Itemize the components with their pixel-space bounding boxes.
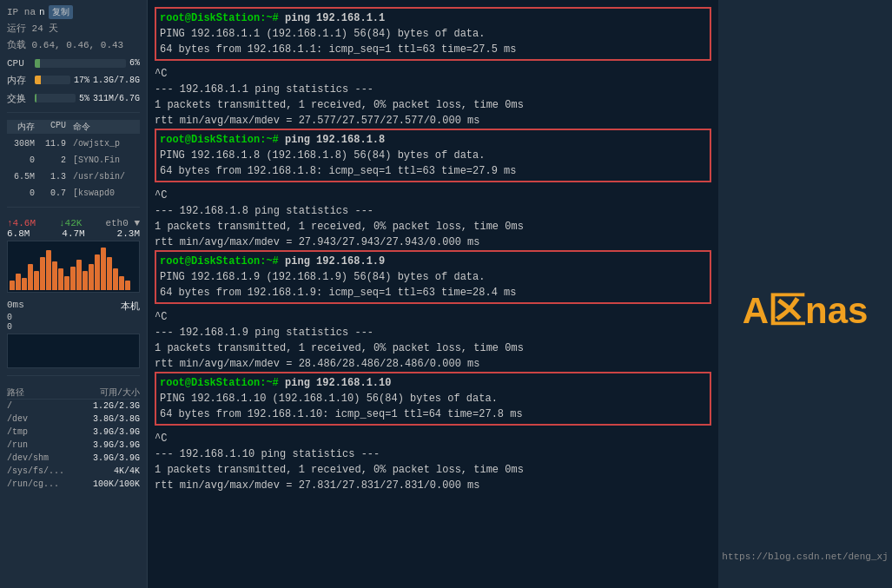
ctrl-c-3: ^C	[155, 309, 711, 325]
disk-row: /run/cg... 100K/100K	[7, 478, 140, 491]
mem-pct: 17%	[74, 76, 89, 85]
prompt-user-1: root@DiskStation:~#	[160, 12, 279, 24]
disk-row: /tmp 3.9G/3.9G	[7, 426, 140, 439]
watermark-text: https://blog.csdn.net/deng_xj	[722, 552, 888, 562]
process-header: 内存 CPU 命令	[7, 120, 140, 134]
disk-path-4: /run	[7, 439, 28, 452]
load-row: 负载 0.64, 0.46, 0.43	[7, 39, 140, 52]
stat-line-4b: rtt min/avg/max/mdev = 27.831/27.831/27.…	[155, 478, 711, 493]
disk-avail-1: 1.2G/2.3G	[93, 400, 140, 413]
proc-mem-2: 0	[7, 154, 38, 167]
stat-line-1a: 1 packets transmitted, 1 received, 0% pa…	[155, 97, 711, 113]
ping-block-3: root@DiskStation:~# ping 192.168.1.9 PIN…	[155, 250, 711, 304]
ping-output-2-1: PING 192.168.1.8 (192.168.1.8) 56(84) by…	[160, 148, 706, 163]
proc-cmd-4: [kswapd0	[69, 187, 140, 200]
net-header: ↑4.6M ↓42K eth0 ▼	[7, 218, 140, 228]
ping-right: 本机	[121, 300, 140, 313]
proc-mem-4: 0	[7, 187, 38, 200]
process-row: 6.5M 1.3 /usr/sbin/	[7, 170, 140, 183]
ping-block-4: root@DiskStation:~# ping 192.168.1.10 PI…	[155, 372, 711, 426]
mem-stat-row: 内存 17% 1.3G/7.8G	[7, 74, 140, 87]
disk-header-avail: 可用/大小	[100, 386, 140, 399]
proc-cmd-3: /usr/sbin/	[69, 170, 140, 183]
net-chart	[7, 241, 140, 293]
cpu-value: 6%	[129, 58, 140, 68]
left-panel: IP na n 复制 运行 24 天 负载 0.64, 0.46, 0.43 C…	[0, 0, 148, 588]
proc-cmd-2: [SYNO.Fin	[69, 154, 140, 167]
brand-text: A区nas	[743, 287, 869, 335]
ctrl-c-1: ^C	[155, 66, 711, 82]
uptime-text: 运行 24 天	[7, 23, 58, 36]
mem-sizes: 1.3G/7.8G	[93, 76, 140, 85]
disk-avail-6: 4K/4K	[114, 465, 140, 478]
ping-section: 0ms 本机 0 0	[7, 300, 140, 368]
ping-output-4-2: 64 bytes from 192.168.1.10: icmp_seq=1 t…	[160, 406, 706, 422]
proc-mem-3: 6.5M	[7, 170, 38, 183]
mem-bar-container	[35, 76, 70, 84]
cmd-1: ping 192.168.1.1	[285, 12, 385, 24]
prompt-line-4: root@DiskStation:~# ping 192.168.1.10	[160, 375, 706, 391]
cpu-bar	[35, 59, 40, 68]
net-iface[interactable]: eth0 ▼	[105, 218, 140, 228]
swap-sizes: 311M/6.7G	[93, 94, 140, 103]
disk-row: /run 3.9G/3.9G	[7, 439, 140, 452]
cmd-3: ping 192.168.1.9	[285, 255, 385, 268]
swap-bar	[35, 94, 36, 102]
disk-header-path: 路径	[7, 386, 24, 399]
swap-stat-row: 交换 5% 311M/6.7G	[7, 92, 140, 105]
ping-output-3-2: 64 bytes from 192.168.1.9: icmp_seq=1 tt…	[160, 285, 706, 301]
disk-path-2: /dev	[7, 413, 28, 426]
right-panel: A区nas https://blog.csdn.net/deng_xj	[718, 0, 892, 588]
net-section: ↑4.6M ↓42K eth0 ▼ 6.8M 4.7M 2.3M	[7, 218, 140, 293]
proc-mem-1: 308M	[7, 137, 38, 150]
net-val-2: 4.7M	[62, 228, 84, 239]
prompt-user-4: root@DiskStation:~#	[160, 377, 279, 389]
stat-line-1b: rtt min/avg/max/mdev = 27.577/27.577/27.…	[155, 113, 711, 129]
swap-bar-container	[35, 94, 76, 102]
cpu-stat-row: CPU 6%	[7, 58, 140, 69]
process-row: 0 0.7 [kswapd0	[7, 187, 140, 200]
mem-bar	[35, 76, 41, 84]
net-values: 6.8M 4.7M 2.3M	[7, 228, 140, 239]
cpu-label: CPU	[7, 58, 31, 69]
cmd-2: ping 192.168.1.8	[285, 134, 385, 146]
ping-output-1-2: 64 bytes from 192.168.1.1: icmp_seq=1 tt…	[160, 42, 706, 57]
chart-bars	[8, 241, 139, 292]
stat-header-3: --- 192.168.1.9 ping statistics ---	[155, 325, 711, 340]
ping-label: 0ms	[7, 300, 24, 313]
proc-cpu-2: 2	[38, 154, 69, 167]
net-down-label: ↓42K	[59, 218, 82, 228]
proc-cpu-4: 0.7	[38, 187, 69, 200]
process-row: 0 2 [SYNO.Fin	[7, 154, 140, 167]
proc-header-cpu: CPU	[38, 120, 69, 134]
disk-row: /dev 3.8G/3.8G	[7, 413, 140, 426]
ctrl-c-2: ^C	[155, 188, 711, 203]
disk-section: 路径 可用/大小 / 1.2G/2.3G /dev 3.8G/3.8G /tmp…	[7, 386, 140, 491]
cmd-4: ping 192.168.1.10	[285, 377, 391, 389]
copy-button[interactable]: 复制	[49, 5, 73, 19]
disk-avail-7: 100K/100K	[93, 478, 140, 491]
ip-label: IP na	[7, 7, 36, 17]
net-val-3: 2.3M	[117, 228, 140, 239]
ping-output-2-2: 64 bytes from 192.168.1.8: icmp_seq=1 tt…	[160, 163, 706, 179]
disk-row: /sys/fs/... 4K/4K	[7, 465, 140, 478]
disk-path-1: /	[7, 400, 12, 413]
swap-label: 交换	[7, 92, 31, 105]
prompt-user-2: root@DiskStation:~#	[160, 134, 279, 146]
ping-output-3-1: PING 192.168.1.9 (192.168.1.9) 56(84) by…	[160, 269, 706, 285]
terminal-content: root@DiskStation:~# ping 192.168.1.1 PIN…	[155, 7, 711, 581]
swap-pct: 5%	[79, 94, 89, 103]
stat-header-1: --- 192.168.1.1 ping statistics ---	[155, 82, 711, 97]
disk-path-7: /run/cg...	[7, 478, 59, 491]
ping-block-2: root@DiskStation:~# ping 192.168.1.8 PIN…	[155, 129, 711, 182]
stat-line-3a: 1 packets transmitted, 1 received, 0% pa…	[155, 340, 711, 356]
ping-output-1-1: PING 192.168.1.1 (192.168.1.1) 56(84) by…	[160, 26, 706, 42]
disk-header: 路径 可用/大小	[7, 386, 140, 400]
disk-path-5: /dev/shm	[7, 452, 49, 465]
ping-output-4-1: PING 192.168.1.10 (192.168.1.10) 56(84) …	[160, 391, 706, 406]
main-area: root@DiskStation:~# ping 192.168.1.1 PIN…	[148, 0, 718, 588]
proc-cpu-3: 1.3	[38, 170, 69, 183]
proc-cmd-1: /owjstx_p	[69, 137, 140, 150]
process-row: 308M 11.9 /owjstx_p	[7, 137, 140, 150]
uptime-row: 运行 24 天	[7, 23, 140, 36]
